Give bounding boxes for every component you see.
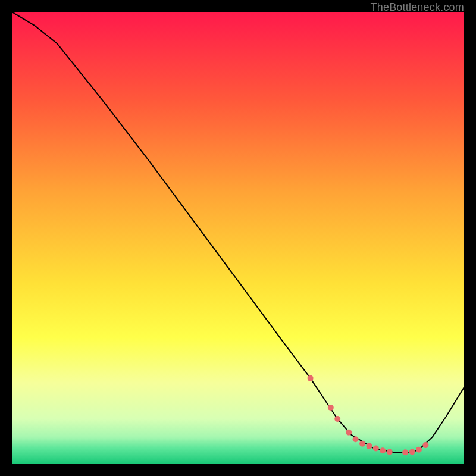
marker-point [353,436,359,442]
gradient-background [12,12,464,464]
marker-point [334,416,340,422]
marker-point [409,449,415,455]
marker-point [366,443,372,449]
marker-point [328,405,334,411]
plot-area [12,12,464,464]
marker-point [402,449,408,455]
marker-point [416,447,422,453]
marker-point [346,430,352,436]
marker-point [387,449,393,455]
marker-point [359,441,365,447]
chart-frame: TheBottleneck.com [0,0,476,476]
marker-point [380,447,386,453]
marker-point [422,442,428,448]
marker-point [373,445,379,451]
chart-svg [12,12,464,464]
marker-point [308,375,314,381]
